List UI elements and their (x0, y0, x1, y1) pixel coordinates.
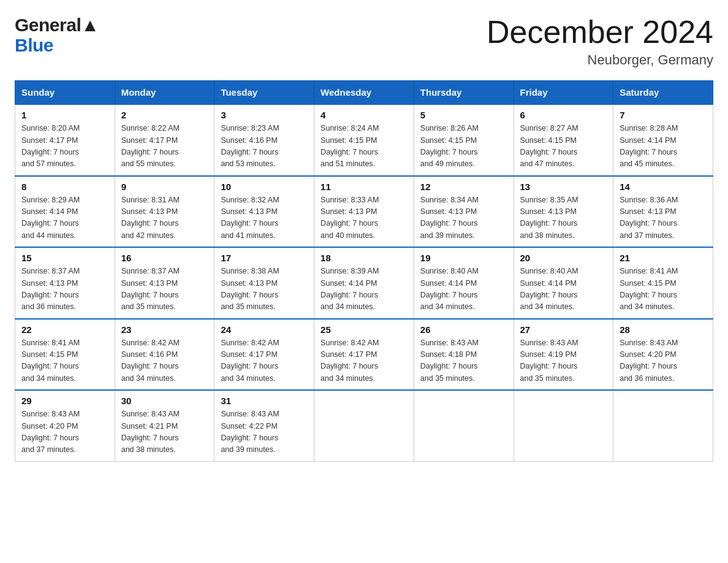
day-number: 23 (121, 324, 208, 335)
day-number: 6 (520, 110, 607, 120)
day-number: 5 (420, 110, 507, 120)
col-tuesday: Tuesday (214, 81, 314, 105)
day-number: 31 (221, 396, 308, 406)
day-number: 12 (420, 182, 507, 192)
day-number: 8 (21, 182, 108, 192)
table-row: 24 Sunrise: 8:42 AM Sunset: 4:17 PM Dayl… (214, 319, 314, 391)
day-number: 17 (221, 253, 308, 263)
day-info: Sunrise: 8:43 AM Sunset: 4:20 PM Dayligh… (620, 337, 707, 385)
day-number: 2 (121, 110, 208, 120)
day-info: Sunrise: 8:26 AM Sunset: 4:15 PM Dayligh… (420, 123, 507, 170)
day-info: Sunrise: 8:43 AM Sunset: 4:19 PM Dayligh… (520, 337, 607, 385)
day-info: Sunrise: 8:23 AM Sunset: 4:16 PM Dayligh… (221, 123, 308, 170)
day-number: 3 (221, 110, 308, 120)
page-header: General▲ Blue December 2024 Neuborger, G… (15, 15, 713, 68)
table-row: 21 Sunrise: 8:41 AM Sunset: 4:15 PM Dayl… (613, 247, 713, 319)
day-info: Sunrise: 8:39 AM Sunset: 4:14 PM Dayligh… (320, 266, 408, 313)
table-row: 29 Sunrise: 8:43 AM Sunset: 4:20 PM Dayl… (15, 390, 115, 461)
table-row: 20 Sunrise: 8:40 AM Sunset: 4:14 PM Dayl… (514, 247, 613, 319)
table-row: 3 Sunrise: 8:23 AM Sunset: 4:16 PM Dayli… (214, 104, 314, 176)
week-row-2: 8 Sunrise: 8:29 AM Sunset: 4:14 PM Dayli… (15, 176, 713, 248)
day-info: Sunrise: 8:43 AM Sunset: 4:18 PM Dayligh… (420, 337, 507, 385)
day-info: Sunrise: 8:38 AM Sunset: 4:13 PM Dayligh… (221, 266, 308, 313)
week-row-4: 22 Sunrise: 8:41 AM Sunset: 4:15 PM Dayl… (15, 319, 713, 391)
day-number: 27 (520, 324, 607, 335)
subtitle: Neuborger, Germany (487, 52, 713, 68)
table-row: 4 Sunrise: 8:24 AM Sunset: 4:15 PM Dayli… (314, 104, 414, 176)
table-row: 16 Sunrise: 8:37 AM Sunset: 4:13 PM Dayl… (115, 247, 214, 319)
table-row: 26 Sunrise: 8:43 AM Sunset: 4:18 PM Dayl… (414, 319, 514, 391)
logo-line2: Blue (15, 35, 99, 55)
day-info: Sunrise: 8:24 AM Sunset: 4:15 PM Dayligh… (320, 123, 408, 170)
day-number: 24 (221, 324, 308, 335)
day-info: Sunrise: 8:29 AM Sunset: 4:14 PM Dayligh… (21, 194, 108, 242)
week-row-3: 15 Sunrise: 8:37 AM Sunset: 4:13 PM Dayl… (15, 247, 713, 319)
day-info: Sunrise: 8:43 AM Sunset: 4:22 PM Dayligh… (221, 408, 308, 456)
day-info: Sunrise: 8:41 AM Sunset: 4:15 PM Dayligh… (21, 337, 108, 385)
day-info: Sunrise: 8:27 AM Sunset: 4:15 PM Dayligh… (520, 123, 607, 170)
table-row: 1 Sunrise: 8:20 AM Sunset: 4:17 PM Dayli… (15, 104, 115, 176)
week-row-5: 29 Sunrise: 8:43 AM Sunset: 4:20 PM Dayl… (15, 390, 713, 461)
col-saturday: Saturday (613, 81, 713, 105)
day-number: 4 (320, 110, 408, 120)
table-row: 2 Sunrise: 8:22 AM Sunset: 4:17 PM Dayli… (115, 104, 214, 176)
day-info: Sunrise: 8:42 AM Sunset: 4:16 PM Dayligh… (121, 337, 208, 385)
day-number: 25 (320, 324, 408, 335)
day-info: Sunrise: 8:28 AM Sunset: 4:14 PM Dayligh… (620, 123, 707, 170)
table-row: 7 Sunrise: 8:28 AM Sunset: 4:14 PM Dayli… (613, 104, 713, 176)
day-number: 7 (620, 110, 707, 120)
day-number: 28 (620, 324, 707, 335)
table-row: 13 Sunrise: 8:35 AM Sunset: 4:13 PM Dayl… (514, 176, 613, 248)
title-block: December 2024 Neuborger, Germany (487, 15, 713, 68)
table-row (514, 390, 613, 461)
day-info: Sunrise: 8:36 AM Sunset: 4:13 PM Dayligh… (620, 194, 707, 242)
table-row: 22 Sunrise: 8:41 AM Sunset: 4:15 PM Dayl… (15, 319, 115, 391)
day-number: 15 (21, 253, 108, 263)
table-row: 5 Sunrise: 8:26 AM Sunset: 4:15 PM Dayli… (414, 104, 514, 176)
day-number: 16 (121, 253, 208, 263)
day-number: 26 (420, 324, 507, 335)
day-number: 9 (121, 182, 208, 192)
table-row: 15 Sunrise: 8:37 AM Sunset: 4:13 PM Dayl… (15, 247, 115, 319)
day-number: 30 (121, 396, 208, 406)
day-info: Sunrise: 8:37 AM Sunset: 4:13 PM Dayligh… (21, 266, 108, 313)
day-number: 29 (21, 396, 108, 406)
table-row: 10 Sunrise: 8:32 AM Sunset: 4:13 PM Dayl… (214, 176, 314, 248)
day-number: 1 (21, 110, 108, 120)
table-row: 6 Sunrise: 8:27 AM Sunset: 4:15 PM Dayli… (514, 104, 613, 176)
day-info: Sunrise: 8:40 AM Sunset: 4:14 PM Dayligh… (520, 266, 607, 313)
col-friday: Friday (514, 81, 613, 105)
day-info: Sunrise: 8:22 AM Sunset: 4:17 PM Dayligh… (121, 123, 208, 170)
day-info: Sunrise: 8:35 AM Sunset: 4:13 PM Dayligh… (520, 194, 607, 242)
calendar-header-row: Sunday Monday Tuesday Wednesday Thursday… (15, 81, 713, 105)
day-info: Sunrise: 8:43 AM Sunset: 4:21 PM Dayligh… (121, 408, 208, 456)
day-info: Sunrise: 8:41 AM Sunset: 4:15 PM Dayligh… (620, 266, 707, 313)
table-row (314, 390, 414, 461)
table-row (414, 390, 514, 461)
table-row (613, 390, 713, 461)
table-row: 28 Sunrise: 8:43 AM Sunset: 4:20 PM Dayl… (613, 319, 713, 391)
logo-line1: General▲ (15, 15, 99, 35)
day-info: Sunrise: 8:33 AM Sunset: 4:13 PM Dayligh… (320, 194, 408, 242)
table-row: 27 Sunrise: 8:43 AM Sunset: 4:19 PM Dayl… (514, 319, 613, 391)
table-row: 18 Sunrise: 8:39 AM Sunset: 4:14 PM Dayl… (314, 247, 414, 319)
day-number: 10 (221, 182, 308, 192)
col-monday: Monday (115, 81, 214, 105)
day-info: Sunrise: 8:42 AM Sunset: 4:17 PM Dayligh… (221, 337, 308, 385)
day-info: Sunrise: 8:32 AM Sunset: 4:13 PM Dayligh… (221, 194, 308, 242)
table-row: 14 Sunrise: 8:36 AM Sunset: 4:13 PM Dayl… (613, 176, 713, 248)
day-info: Sunrise: 8:37 AM Sunset: 4:13 PM Dayligh… (121, 266, 208, 313)
calendar-table: Sunday Monday Tuesday Wednesday Thursday… (15, 80, 713, 462)
day-info: Sunrise: 8:31 AM Sunset: 4:13 PM Dayligh… (121, 194, 208, 242)
day-info: Sunrise: 8:20 AM Sunset: 4:17 PM Dayligh… (21, 123, 108, 170)
day-number: 14 (620, 182, 707, 192)
day-info: Sunrise: 8:40 AM Sunset: 4:14 PM Dayligh… (420, 266, 507, 313)
col-wednesday: Wednesday (314, 81, 414, 105)
day-number: 19 (420, 253, 507, 263)
day-number: 18 (320, 253, 408, 263)
table-row: 11 Sunrise: 8:33 AM Sunset: 4:13 PM Dayl… (314, 176, 414, 248)
day-info: Sunrise: 8:42 AM Sunset: 4:17 PM Dayligh… (320, 337, 408, 385)
day-number: 22 (21, 324, 108, 335)
day-number: 21 (620, 253, 707, 263)
day-number: 11 (320, 182, 408, 192)
